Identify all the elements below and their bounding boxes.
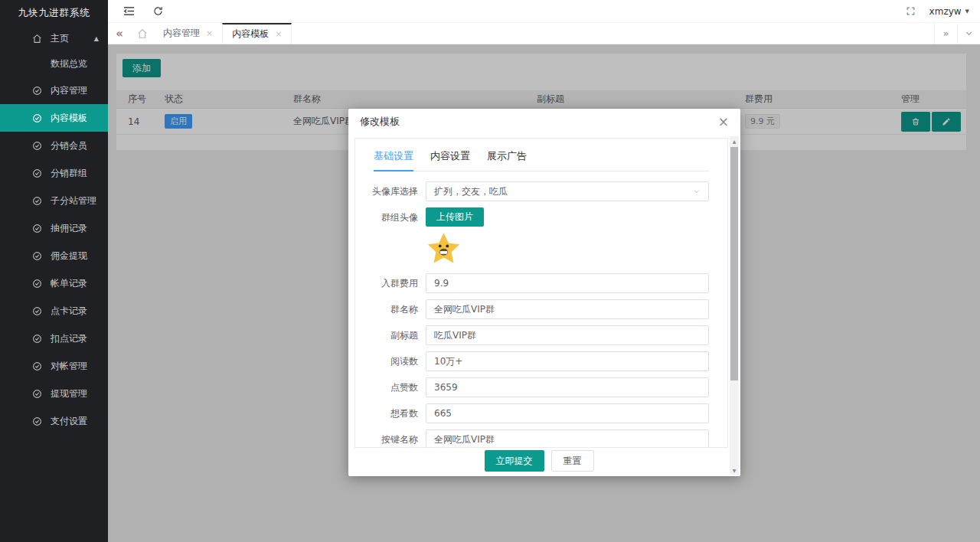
read-count-input[interactable] (426, 351, 709, 371)
group-avatar-row: 群组头像 上传图片 (368, 207, 709, 267)
chevrons-left-icon[interactable]: « (108, 23, 131, 44)
field-label-button-name: 按键名称 (368, 429, 418, 448)
template-form: 头像库选择 扩列，交友，吃瓜 群组头像 上传图片 (368, 181, 709, 448)
sidebar-item-content-manage[interactable]: 内容管理 (0, 77, 108, 104)
app-title: 九块九进群系统 (0, 0, 108, 25)
submit-button[interactable]: 立即提交 (485, 450, 544, 472)
like-count-input[interactable] (426, 377, 709, 397)
subtitle-input[interactable] (426, 325, 709, 345)
tab-display-ads[interactable]: 展示广告 (487, 149, 527, 171)
sidebar-item-label: 对帐管理 (51, 360, 87, 373)
close-tab-icon[interactable]: × (275, 29, 282, 39)
want-count-input[interactable] (426, 403, 709, 423)
sidebar-item-reconcile-manage[interactable]: 对帐管理 (0, 352, 108, 380)
tab-content-settings[interactable]: 内容设置 (430, 149, 470, 171)
select-value: 扩列，交友，吃瓜 (434, 185, 508, 198)
sidebar-item-label: 子分站管理 (51, 194, 96, 207)
menu-fold-icon[interactable] (123, 6, 135, 16)
username: xmzyw (929, 6, 962, 17)
sidebar-item-label: 点卡记录 (51, 305, 87, 318)
field-label-like-count: 点赞数 (368, 377, 418, 397)
fullscreen-icon[interactable] (906, 6, 916, 16)
sidebar-item-label: 支付设置 (51, 415, 87, 428)
badge-check-icon (32, 306, 42, 316)
sidebar-item-home[interactable]: 主页 ▲ (0, 25, 108, 51)
sidebar-item-dist-group[interactable]: 分销群组 (0, 159, 108, 187)
badge-check-icon (32, 113, 42, 123)
field-label-want-count: 想看数 (368, 403, 418, 423)
modal-form-panel: 基础设置 内容设置 展示广告 头像库选择 扩列，交友，吃瓜 群组头像 上传图片 (354, 138, 728, 448)
tab-content-manage[interactable]: 内容管理 × (154, 23, 222, 44)
modal-footer: 立即提交 重置 (348, 450, 730, 472)
sidebar-subitem-label: 数据总览 (51, 57, 87, 70)
caret-up-icon: ▲ (94, 35, 99, 42)
field-label-subtitle: 副标题 (368, 325, 418, 345)
edit-template-modal: 修改模板 × 基础设置 内容设置 展示广告 头像库选择 扩列，交友，吃瓜 群组头 (348, 109, 740, 476)
sidebar-item-label: 内容模板 (51, 112, 87, 125)
sidebar-item-label: 佣金提现 (51, 250, 87, 263)
sidebar-item-label: 内容管理 (51, 84, 87, 97)
modal-header: 修改模板 × (348, 109, 740, 135)
field-label-group-name: 群名称 (368, 299, 418, 319)
fee-input[interactable] (426, 273, 709, 293)
sidebar-item-label: 扣点记录 (51, 332, 87, 345)
scroll-up-icon[interactable]: ▲ (730, 136, 739, 145)
scrollbar-thumb[interactable] (730, 147, 738, 380)
sidebar-item-label: 提现管理 (51, 387, 87, 400)
sidebar-item-data-overview[interactable]: 数据总览 (0, 51, 108, 77)
sidebar-item-label: 分销会员 (51, 139, 87, 152)
badge-check-icon (32, 279, 42, 289)
scroll-down-icon[interactable]: ▼ (730, 465, 739, 475)
field-label-avatar-library: 头像库选择 (368, 181, 418, 201)
sidebar-item-card-record[interactable]: 点卡记录 (0, 297, 108, 325)
tab-menu-chevron-down-icon[interactable] (957, 23, 980, 44)
sidebar-item-bill-record[interactable]: 帐单记录 (0, 269, 108, 297)
sidebar-item-content-template[interactable]: 内容模板 (0, 104, 108, 132)
badge-check-icon (32, 86, 42, 96)
sidebar-item-label: 主页 (51, 32, 69, 45)
tab-label: 内容模板 (232, 28, 269, 41)
caret-down-icon: ▼ (965, 8, 969, 15)
chevrons-right-icon[interactable]: » (934, 23, 957, 44)
sidebar-item-withdraw-manage[interactable]: 提现管理 (0, 380, 108, 407)
upload-image-button[interactable]: 上传图片 (426, 207, 484, 227)
group-name-input[interactable] (426, 299, 709, 319)
badge-check-icon (32, 361, 42, 371)
sidebar-item-commission-record[interactable]: 抽佣记录 (0, 214, 108, 242)
sidebar-item-payment-settings[interactable]: 支付设置 (0, 407, 108, 435)
sidebar-item-label: 帐单记录 (51, 277, 87, 290)
tab-content-template[interactable]: 内容模板 × (222, 23, 292, 44)
home-icon (32, 34, 42, 44)
sidebar-item-deduct-record[interactable]: 扣点记录 (0, 325, 108, 352)
sidebar-item-dist-member[interactable]: 分销会员 (0, 132, 108, 159)
button-name-input[interactable] (426, 429, 709, 448)
badge-check-icon (32, 416, 42, 426)
field-label-group-avatar: 群组头像 (368, 207, 418, 227)
select-arrow-icon (693, 188, 701, 195)
badge-check-icon (32, 334, 42, 344)
refresh-icon[interactable] (153, 6, 163, 16)
badge-check-icon (32, 389, 42, 399)
home-tab-icon[interactable] (131, 23, 154, 44)
modal-tabs: 基础设置 内容设置 展示广告 (374, 149, 709, 171)
close-tab-icon[interactable]: × (206, 28, 213, 38)
top-navbar: xmzyw ▼ (108, 0, 980, 23)
modal-title: 修改模板 (360, 115, 400, 129)
modal-scrollbar[interactable]: ▲ ▼ (730, 136, 739, 475)
sidebar-item-label: 抽佣记录 (51, 222, 87, 235)
sidebar-item-label: 分销群组 (51, 167, 87, 180)
reset-button[interactable]: 重置 (551, 450, 594, 472)
sidebar-item-substation[interactable]: 子分站管理 (0, 187, 108, 214)
sidebar-item-commission-withdraw[interactable]: 佣金提现 (0, 242, 108, 269)
badge-check-icon (32, 224, 42, 233)
tab-basic-settings[interactable]: 基础设置 (374, 149, 413, 171)
field-label-fee: 入群费用 (368, 273, 418, 293)
sidebar: 九块九进群系统 主页 ▲ 数据总览 内容管理 内容模板 分销会员 分销群组 子分… (0, 0, 108, 542)
avatar-library-select[interactable]: 扩列，交友，吃瓜 (426, 181, 709, 201)
tab-label: 内容管理 (163, 27, 200, 40)
close-icon[interactable]: × (718, 116, 729, 129)
field-label-read-count: 阅读数 (368, 351, 418, 371)
group-avatar-image (426, 231, 462, 267)
user-menu[interactable]: xmzyw ▼ (929, 6, 969, 17)
badge-check-icon (32, 196, 42, 206)
